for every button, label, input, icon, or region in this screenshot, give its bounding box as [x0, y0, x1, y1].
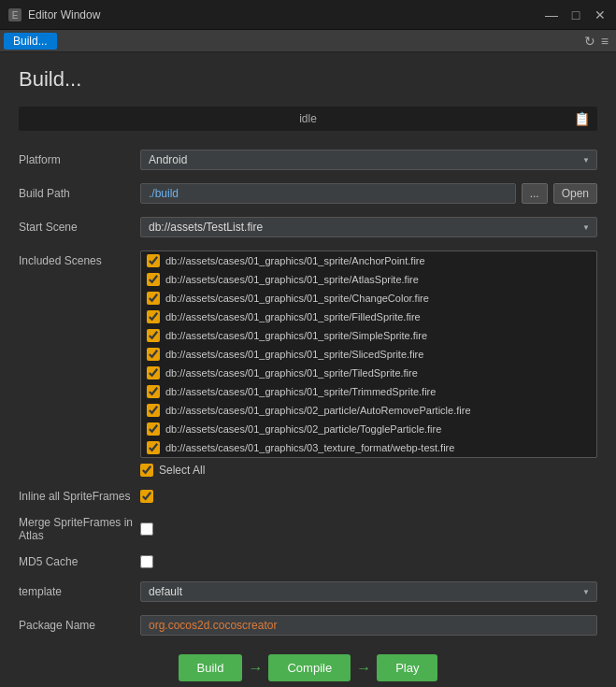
scene-item-checkbox[interactable] [147, 310, 160, 323]
list-item: db://assets/cases/01_graphics/01_sprite/… [141, 270, 596, 289]
template-row: template default [19, 581, 597, 602]
scene-item-checkbox[interactable] [147, 273, 160, 286]
status-text: idle [26, 112, 590, 125]
browse-button[interactable]: ... [522, 183, 548, 204]
scene-item-label: db://assets/cases/01_graphics/01_sprite/… [165, 349, 423, 360]
inline-checkbox[interactable] [140, 490, 153, 503]
list-item: db://assets/cases/01_graphics/01_sprite/… [141, 382, 596, 401]
merge-label: Merge SpriteFrames in Atlas [19, 516, 140, 542]
refresh-icon[interactable]: ↻ [584, 34, 595, 49]
template-select-wrapper: default [140, 581, 597, 602]
app-icon: E [7, 7, 22, 22]
package-name-row: Package Name [19, 615, 597, 636]
compile-button[interactable]: Compile [268, 654, 351, 681]
scene-item-checkbox[interactable] [147, 422, 160, 436]
select-all-checkbox[interactable] [140, 464, 153, 477]
scene-item-checkbox[interactable] [147, 329, 160, 342]
menu-item-build[interactable]: Build... [4, 33, 57, 50]
page-title: Build... [19, 67, 597, 92]
platform-label: Platform [19, 150, 140, 166]
scene-item-checkbox[interactable] [147, 348, 160, 361]
menu-bar-actions: ↻ ≡ [584, 34, 612, 49]
package-name-control [140, 615, 597, 636]
package-name-input[interactable] [140, 615, 597, 636]
window-controls: — □ ✕ [543, 7, 609, 23]
minimize-button[interactable]: — [543, 7, 560, 23]
scene-item-label: db://assets/cases/01_graphics/02_particl… [165, 423, 441, 435]
platform-row: Platform Android [19, 150, 597, 170]
bottom-actions: Build → Compile → Play [19, 654, 597, 687]
scene-item-checkbox[interactable] [147, 254, 160, 267]
title-bar: E Editor Window — □ ✕ [0, 0, 616, 30]
list-item: db://assets/cases/01_graphics/01_sprite/… [141, 251, 596, 270]
scene-item-checkbox[interactable] [147, 404, 160, 417]
scene-item-label: db://assets/cases/01_graphics/01_sprite/… [165, 274, 419, 285]
scene-item-checkbox[interactable] [147, 366, 160, 379]
build-path-row: Build Path ... Open [19, 183, 597, 204]
svg-text:E: E [12, 10, 19, 21]
build-path-label: Build Path [19, 183, 140, 200]
scene-item-label: db://assets/cases/01_graphics/03_texture… [165, 442, 454, 453]
included-scenes-label: Included Scenes [19, 250, 140, 267]
start-scene-select-wrapper: db://assets/TestList.fire [140, 217, 597, 237]
list-item: db://assets/cases/01_graphics/02_particl… [141, 401, 596, 420]
md5-checkbox[interactable] [140, 555, 153, 568]
scene-item-label: db://assets/cases/01_graphics/01_sprite/… [165, 330, 427, 341]
platform-select[interactable]: Android [140, 150, 597, 170]
start-scene-row: Start Scene db://assets/TestList.fire [19, 217, 597, 237]
arrow-1-icon: → [248, 660, 263, 677]
list-item: db://assets/cases/01_graphics/03_texture… [141, 438, 596, 457]
scene-item-label: db://assets/cases/01_graphics/01_sprite/… [165, 255, 425, 266]
play-button[interactable]: Play [377, 654, 437, 681]
start-scene-label: Start Scene [19, 217, 140, 234]
scene-item-checkbox[interactable] [147, 385, 160, 398]
window-title: Editor Window [28, 8, 543, 21]
scene-item-checkbox[interactable] [147, 292, 160, 305]
scene-item-label: db://assets/cases/01_graphics/01_sprite/… [165, 311, 421, 322]
select-all-label: Select All [159, 464, 205, 477]
start-scene-control: db://assets/TestList.fire [140, 217, 597, 237]
build-path-input-row: ... Open [140, 183, 597, 204]
build-path-input[interactable] [140, 183, 516, 204]
status-copy-icon[interactable]: 📋 [574, 111, 590, 126]
scene-item-label: db://assets/cases/01_graphics/02_particl… [165, 405, 471, 416]
open-button[interactable]: Open [553, 183, 597, 204]
build-button[interactable]: Build [179, 654, 243, 681]
menu-bar: Build... ↻ ≡ [0, 30, 616, 52]
menu-icon[interactable]: ≡ [601, 34, 609, 49]
platform-control: Android [140, 150, 597, 170]
template-control: default [140, 581, 597, 602]
platform-select-wrapper: Android [140, 150, 597, 170]
included-scenes-row: Included Scenes db://assets/cases/01_gra… [19, 250, 597, 477]
scene-item-label: db://assets/cases/01_graphics/01_sprite/… [165, 293, 429, 304]
scene-item-label: db://assets/cases/01_graphics/01_sprite/… [165, 386, 436, 397]
inline-spriteframes-row: Inline all SpriteFrames [19, 490, 597, 503]
merge-checkbox[interactable] [140, 522, 153, 536]
build-path-control: ... Open [140, 183, 597, 204]
md5-label: MD5 Cache [19, 555, 140, 568]
maximize-button[interactable]: □ [567, 7, 584, 23]
merge-spriteframes-row: Merge SpriteFrames in Atlas [19, 516, 597, 542]
select-all-row: Select All [140, 464, 597, 477]
list-item: db://assets/cases/01_graphics/02_particl… [141, 420, 596, 438]
inline-label: Inline all SpriteFrames [19, 490, 140, 503]
list-item: db://assets/cases/01_graphics/01_sprite/… [141, 308, 596, 326]
scene-item-checkbox[interactable] [147, 441, 160, 454]
template-label: template [19, 581, 140, 598]
list-item: db://assets/cases/01_graphics/01_sprite/… [141, 289, 596, 308]
main-content: Build... idle 📋 Platform Android Build P… [0, 52, 616, 687]
start-scene-select[interactable]: db://assets/TestList.fire [140, 217, 597, 237]
included-scenes-control: db://assets/cases/01_graphics/01_sprite/… [140, 250, 597, 477]
status-bar: idle 📋 [19, 107, 597, 131]
list-item: db://assets/cases/01_graphics/01_sprite/… [141, 364, 596, 382]
scene-list: db://assets/cases/01_graphics/01_sprite/… [140, 250, 597, 458]
arrow-2-icon: → [356, 660, 371, 677]
scene-item-label: db://assets/cases/01_graphics/01_sprite/… [165, 367, 418, 379]
package-name-label: Package Name [19, 615, 140, 632]
close-button[interactable]: ✕ [592, 7, 609, 23]
list-item: db://assets/cases/01_graphics/01_sprite/… [141, 345, 596, 364]
md5-cache-row: MD5 Cache [19, 555, 597, 568]
template-select[interactable]: default [140, 581, 597, 602]
list-item: db://assets/cases/01_graphics/01_sprite/… [141, 326, 596, 345]
